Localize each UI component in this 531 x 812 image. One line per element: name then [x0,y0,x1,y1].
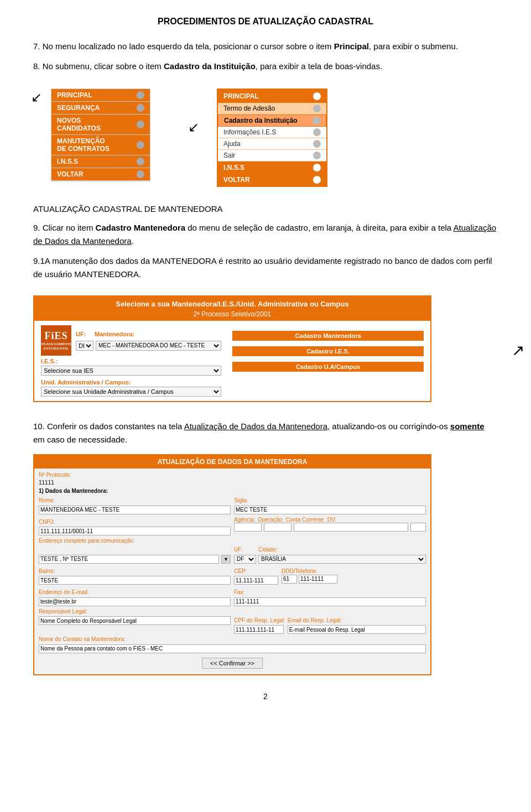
arrow-selection-right: ↗ [512,341,524,359]
selection-screen: Selecione a sua Mantenedora/I.E.S./Unid.… [33,295,431,402]
mantenedora-select[interactable]: MEC - MANTENEDORA DO MEC - TESTE [96,341,221,351]
nome-input[interactable] [39,506,231,514]
sigla-label: Sigla: [234,497,426,503]
ies-label: I.E.S.: [41,358,221,365]
menus-illustration: ↙ PRINCIPAL SEGURANÇA NOVOSCANDIDATOS MA… [33,83,498,187]
protocolo-label: Nº Protocolo: [39,472,71,478]
nome-sigla-row: Nome: Sigla: [39,495,426,514]
cep-label: CEP: [234,568,278,574]
selection-right: Cadastro Mantenedora Cadastro I.E.S. Cad… [232,325,424,397]
cadastro-ies-button[interactable]: Cadastro I.E.S. [232,346,424,356]
right-menu-termo: Termo de Adesão [218,103,326,114]
section-9: 9. Clicar no item Cadastro Mantenedora d… [33,221,498,248]
menu-bullet [313,164,321,171]
contato-input[interactable] [39,644,426,653]
arrow-to-cadastro: ↙ [188,119,199,135]
ddd-label: DDD/Telefone: [282,568,337,574]
selection-subheader: 2ª Processo Seletivo/2001 [34,309,430,321]
section-7: 7. No menu localizado no lado esquerdo d… [33,40,498,53]
menu-bullet [313,128,321,136]
uf-select[interactable]: DF [76,341,93,351]
right-menu-cadastro-inst: Cadastro da Instituição [218,114,326,127]
contato-label: Nome do Contato na Mantenedora: [39,636,426,642]
endereco-label: Endereço completo para comunicação: [39,538,426,544]
selection-body: FiES FINANCIAMENTOESTUDANTIL UF: Mantene… [34,321,430,401]
cnpj-input[interactable] [39,527,231,535]
resp-input[interactable] [39,616,231,625]
menu-bullet [137,141,144,149]
page-title: PROCEDIMENTOS DE ATUALIZAÇÃO CADASTRAL [33,17,498,27]
menu-item-novos-candidatos: NOVOSCANDIDATOS [51,114,150,135]
fax-label: Fax: [234,589,426,595]
data-form: ATUALIZAÇÃO DE DADOS DA MANTENEDORA Nº P… [33,454,431,675]
conta-input[interactable] [294,523,408,532]
right-menu-voltar: VOLTAR [218,174,326,186]
bairro-cep-row: Bairro: CEP: DDD/Telefone: [39,566,426,585]
cadastro-mantenedora-button[interactable]: Cadastro Mantenedora [232,331,424,341]
uf-form-select[interactable]: DF [234,555,256,564]
menu-bullet [313,152,321,159]
menu-bullet [137,104,144,112]
email-input[interactable] [39,597,231,606]
menu-item-inss: I.N.S.S [51,155,150,168]
protocolo-value: 11111 [39,480,426,486]
section-atu-heading: ATUALIZAÇÃO CADASTRAL DE MANTENEDORA [33,202,498,216]
cadastro-campus-button[interactable]: Cadastro U.A/Campus [232,362,424,372]
menu-item-manutencao: MANUTENÇÃODE CONTRATOS [51,135,150,155]
page-number: 2 [33,692,498,701]
email-label: Endereço de E-mail: [39,589,231,595]
menu-bullet [313,140,321,148]
fies-logo: FiES FINANCIAMENTOESTUDANTIL [41,325,71,356]
uf-mantenedora-row: UF: Mantenedora: [76,331,221,337]
data-form-header: ATUALIZAÇÃO DE DADOS DA MANTENEDORA [34,455,430,469]
menu-item-seguranca: SEGURANÇA [51,102,150,114]
section-10: 10. Conferir os dados constantes na tela… [33,420,498,446]
unid-select[interactable]: Selecione sua Unidade Administrativa / C… [41,387,221,397]
ddd-input[interactable] [282,575,297,584]
menu-bullet [313,176,321,184]
email-resp-input[interactable] [288,625,426,634]
email-fax-row: Endereço de E-mail: Fax: [39,587,426,606]
right-menu-header: PRINCIPAL [218,90,326,103]
right-menu-sair: Sair [218,150,326,162]
left-menu-block: ↙ PRINCIPAL SEGURANÇA NOVOSCANDIDATOS MA… [51,89,150,181]
menu-bullet [137,170,144,178]
selection-screen-wrapper: Selecione a sua Mantenedora/I.E.S./Unid.… [33,288,498,412]
nome-label: Nome: [39,497,231,503]
cnpj-banco-row: CNPJ: Agência: Operação: Conta Corrente:… [39,517,426,536]
endereco-input[interactable] [39,555,219,564]
right-menu-ajuda: Ajuda [218,138,326,150]
fax-input[interactable] [234,597,426,606]
menu-bullet [313,117,320,124]
bairro-label: Bairro: [39,568,231,574]
arrow-to-principal: ↙ [31,90,42,105]
menu-item-principal: PRINCIPAL [51,89,150,102]
menu-bullet [137,158,144,165]
section-8: 8. No submenu, clicar sobre o item Cadas… [33,60,498,73]
data-form-body: Nº Protocolo: 11111 1) Dados da Mantened… [34,469,430,674]
ies-select[interactable]: Selecione sua IES [41,366,221,376]
section-9-1: 9.1A manutenção dos dados da MANTENEDORA… [33,254,498,281]
unid-label: Unid. Administrativa / Campus: [41,379,221,386]
menu-bullet [137,91,144,99]
menu-item-voltar: VOLTAR [51,168,150,181]
telefone-input[interactable] [299,575,337,584]
right-menu: PRINCIPAL Termo de Adesão Cadastro da In… [217,89,327,187]
resp-label: Responsável Legal: [39,608,426,615]
sigla-input[interactable] [234,506,426,514]
right-menu-inss: I.N.S.S [218,162,326,174]
dados-section-title: 1) Dados da Mantenedora: [39,488,426,494]
cpf-resp-input[interactable] [234,625,284,634]
cidade-select[interactable]: BRASÍLIA [258,555,426,564]
bairro-input[interactable] [39,576,231,585]
left-menu: PRINCIPAL SEGURANÇA NOVOSCANDIDATOS MANU… [51,89,150,181]
right-menu-block: ↙ PRINCIPAL Termo de Adesão Cadastro da … [217,89,327,187]
endereco-expand-button[interactable]: ▼ [221,555,231,564]
dv-input[interactable] [410,523,426,532]
operacao-input[interactable] [264,523,291,532]
agencia-input[interactable] [234,523,262,532]
selection-header: Selecione a sua Mantenedora/I.E.S./Unid.… [34,296,430,309]
menu-bullet [313,105,321,112]
cep-input[interactable] [234,576,278,585]
confirmar-button[interactable]: << Confirmar >> [202,658,263,669]
